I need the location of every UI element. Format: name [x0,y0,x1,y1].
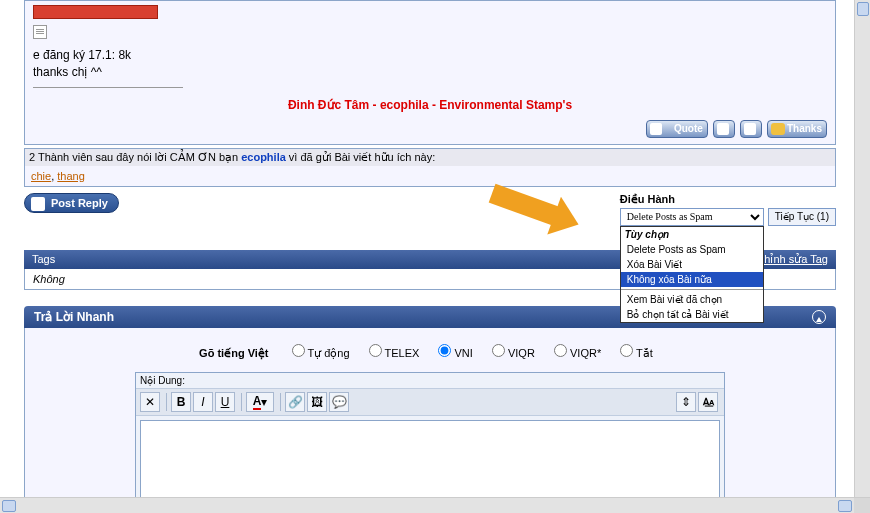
typing-mode-option[interactable]: Tắt [620,347,653,359]
tags-label: Tags [32,253,55,266]
thanks-box: 2 Thành viên sau đây nói lời CẢM ƠN bạn … [24,148,836,187]
typing-mode-option[interactable]: VIQR [492,347,535,359]
dropdown-item[interactable]: Delete Posts as Spam [621,242,763,257]
quickreply-body: Gõ tiếng Việt Tự động TELEX VNI VIQR VIQ… [24,328,836,513]
collapse-icon[interactable] [812,310,826,324]
italic-button[interactable]: I [193,392,213,412]
moderation-dropdown: Tùy chọn Delete Posts as Spam Xóa Bài Vi… [620,226,764,323]
thanks-header: 2 Thành viên sau đây nói lời CẢM ƠN bạn … [25,149,835,166]
dropdown-item[interactable]: Xóa Bài Viết [621,257,763,272]
expand-button[interactable]: ⇕ [676,392,696,412]
post-container: e đăng ký 17.1: 8k thanks chị ^^ Đinh Đứ… [24,0,836,145]
typing-mode-option[interactable]: VIQR* [554,347,601,359]
quote-wrap-button[interactable]: 💬 [329,392,349,412]
editor-toolbar: ✕ B I U A ▾ 🔗 🖼 💬 ⇕ A͟ᴀ [136,388,724,416]
typing-mode-row: Gõ tiếng Việt Tự động TELEX VNI VIQR VIQ… [35,338,825,372]
quote-button[interactable]: Quote [646,120,708,138]
vertical-scrollbar[interactable] [854,0,870,497]
continue-button[interactable]: Tiếp Tục (1) [768,208,836,226]
thanks-button[interactable]: Thanks [767,120,827,138]
dropdown-separator [621,289,763,290]
remove-format-icon[interactable]: ✕ [140,392,160,412]
multiquote-button[interactable] [713,120,735,138]
typing-mode-option[interactable]: Tự động [292,347,350,359]
thanks-member-link[interactable]: thang [57,170,85,182]
post-body: e đăng ký 17.1: 8k thanks chị ^^ [33,47,827,81]
image-placeholder [33,5,158,19]
dropdown-item[interactable]: Xem Bài viết đã chọn [621,292,763,307]
underline-button[interactable]: U [215,392,235,412]
moderation-select[interactable]: Delete Posts as Spam [620,208,764,226]
signature-divider [33,87,183,88]
document-icon [33,25,47,39]
typing-mode-option[interactable]: VNI [438,347,472,359]
horizontal-scrollbar[interactable] [0,497,870,513]
bold-button[interactable]: B [171,392,191,412]
image-button[interactable]: 🖼 [307,392,327,412]
signature-text: Đinh Đức Tâm - ecophila - Environmental … [33,98,827,112]
content-label: Nội Dung: [136,373,724,388]
edit-tags-link[interactable]: Chỉnh sửa Tag [756,253,828,266]
link-button[interactable]: 🔗 [285,392,305,412]
thanks-member-link[interactable]: chie [31,170,51,182]
typing-mode-option[interactable]: TELEX [369,347,420,359]
post-line: e đăng ký 17.1: 8k [33,47,827,64]
quickreply-button[interactable] [740,120,762,138]
moderation-label: Điều Hành [620,193,836,206]
typing-label: Gõ tiếng Việt [199,347,268,359]
editor-container: Nội Dung: ✕ B I U A ▾ 🔗 🖼 💬 ⇕ A͟ᴀ [135,372,725,513]
post-reply-button[interactable]: Post Reply [24,193,119,213]
color-button[interactable]: A ▾ [246,392,274,412]
dropdown-header: Tùy chọn [621,227,763,242]
thanks-user-link[interactable]: ecophila [241,151,286,163]
quickreply-title: Trả Lời Nhanh [34,310,114,324]
post-line: thanks chị ^^ [33,64,827,81]
dropdown-item[interactable]: Bỏ chọn tất cả Bài viết [621,307,763,322]
dropdown-item-highlighted[interactable]: Không xóa Bài nữa [621,272,763,287]
switch-mode-button[interactable]: A͟ᴀ [698,392,718,412]
